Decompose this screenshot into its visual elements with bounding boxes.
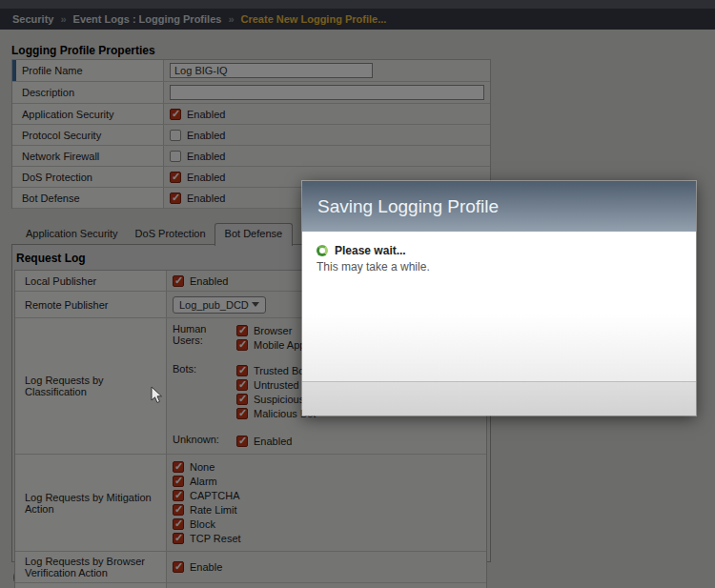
saving-logging-profile-modal: Saving Logging Profile Please wait... Th… (302, 181, 696, 416)
spinner-icon (317, 245, 328, 256)
modal-body: Please wait... This may take a while. (302, 232, 696, 381)
please-wait-text: Please wait... (335, 244, 406, 257)
may-take-a-while-text: This may take a while. (317, 260, 682, 274)
mouse-cursor-icon (151, 386, 164, 407)
modal-footer (302, 381, 696, 416)
modal-title: Saving Logging Profile (317, 196, 499, 217)
modal-header: Saving Logging Profile (302, 181, 696, 232)
logging-profile-page: { "breadcrumb": { "crumb1": "Security", … (0, 0, 715, 588)
